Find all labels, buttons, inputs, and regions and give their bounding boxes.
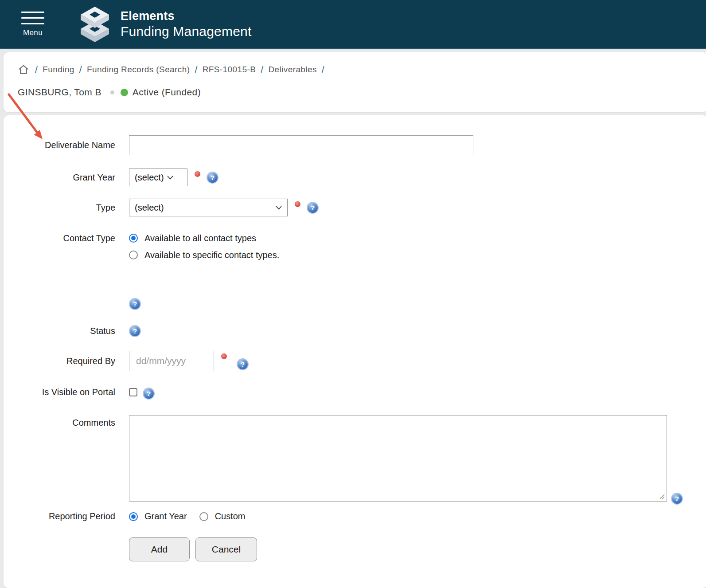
- contact-type-option-all: Available to all contact types: [129, 230, 256, 247]
- comments-textarea[interactable]: [129, 415, 667, 502]
- breadcrumb-item-deliverables[interactable]: Deliverables: [268, 65, 316, 74]
- type-select[interactable]: (select): [129, 199, 288, 216]
- comments-label: Comments: [4, 418, 115, 428]
- deliverable-name-row: Deliverable Name: [4, 135, 706, 155]
- page: Menu Elements Funding Management: [0, 0, 706, 588]
- required-indicator-icon: [295, 201, 300, 207]
- contact-type-option-specific: Available to specific contact types.: [129, 247, 279, 263]
- separator-dot-icon: [110, 90, 114, 94]
- radio-reporting-custom[interactable]: [199, 512, 208, 521]
- app-header: Menu Elements Funding Management: [0, 0, 706, 49]
- required-by-date-input[interactable]: [129, 351, 214, 371]
- form-actions-row: Add Cancel: [4, 537, 706, 561]
- radio-specific-contact-types-label: Available to specific contact types.: [144, 250, 279, 260]
- required-by-row: Required By: [4, 351, 706, 371]
- menu-button[interactable]: Menu: [21, 12, 44, 37]
- record-status: Active (Funded): [133, 87, 201, 98]
- reporting-period-row: Reporting Period Grant Year Custom: [4, 511, 706, 521]
- grant-year-row: Grant Year (select): [4, 169, 706, 186]
- brand: Elements Funding Management: [80, 6, 251, 43]
- radio-reporting-custom-label: Custom: [215, 511, 246, 521]
- add-button[interactable]: Add: [129, 537, 190, 561]
- chevron-down-icon: [167, 176, 173, 180]
- radio-reporting-grant-year-label: Grant Year: [144, 511, 187, 521]
- elements-logo-icon: [80, 6, 110, 43]
- status-label: Status: [4, 326, 115, 336]
- breadcrumb-separator: /: [79, 64, 82, 75]
- breadcrumb-item-funding-records-search[interactable]: Funding Records (Search): [87, 65, 190, 74]
- status-dot-icon: [121, 89, 128, 96]
- cancel-button[interactable]: Cancel: [195, 537, 257, 561]
- is-visible-row: Is Visible on Portal: [4, 385, 706, 400]
- status-row: Status: [4, 325, 706, 337]
- brand-subtitle: Funding Management: [121, 24, 251, 39]
- breadcrumb-card: / Funding / Funding Records (Search) / R…: [4, 52, 706, 112]
- brand-title: Elements: [121, 9, 251, 23]
- contact-type-label: Contact Type: [4, 230, 115, 247]
- radio-all-contact-types[interactable]: [129, 234, 138, 243]
- type-selected-value: (select): [135, 203, 164, 213]
- record-name: GINSBURG, Tom B: [18, 87, 101, 98]
- menu-label: Menu: [23, 28, 43, 37]
- grant-year-selected-value: (select): [135, 172, 164, 183]
- radio-reporting-grant-year[interactable]: [129, 512, 138, 521]
- breadcrumb-separator: /: [195, 64, 197, 75]
- chevron-down-icon: [276, 206, 282, 210]
- breadcrumb-separator: /: [322, 64, 324, 75]
- deliverable-form-card: Deliverable Name Grant Year (select) T: [4, 115, 706, 588]
- radio-all-contact-types-label: Available to all contact types: [144, 233, 256, 243]
- breadcrumb-separator: /: [261, 64, 263, 75]
- home-icon[interactable]: [18, 64, 29, 75]
- breadcrumb: / Funding / Funding Records (Search) / R…: [18, 64, 706, 75]
- type-label: Type: [4, 203, 115, 213]
- is-visible-checkbox[interactable]: [129, 388, 137, 396]
- required-by-label: Required By: [4, 356, 115, 366]
- contact-type-row: Contact Type Available to all contact ty…: [4, 230, 706, 263]
- breadcrumb-separator: /: [35, 64, 38, 75]
- grant-year-help-icon[interactable]: [207, 172, 218, 184]
- radio-specific-contact-types[interactable]: [129, 251, 138, 259]
- required-indicator-icon: [221, 353, 227, 359]
- brand-text: Elements Funding Management: [121, 9, 251, 39]
- grant-year-select[interactable]: (select): [129, 169, 187, 186]
- type-help-icon[interactable]: [307, 202, 319, 214]
- is-visible-help-icon[interactable]: [143, 388, 155, 400]
- status-help-icon[interactable]: [129, 325, 141, 337]
- grant-year-label: Grant Year: [4, 172, 115, 183]
- type-row: Type (select): [4, 199, 706, 216]
- reporting-period-label: Reporting Period: [4, 511, 115, 521]
- comments-row: Comments: [4, 415, 706, 502]
- required-indicator-icon: [195, 171, 200, 177]
- record-summary: GINSBURG, Tom B Active (Funded): [18, 87, 706, 98]
- comments-help-icon[interactable]: [671, 493, 683, 505]
- is-visible-label: Is Visible on Portal: [4, 387, 115, 397]
- contact-type-help-icon[interactable]: [129, 298, 141, 310]
- deliverable-name-input[interactable]: [129, 135, 473, 155]
- breadcrumb-item-funding[interactable]: Funding: [43, 65, 74, 74]
- breadcrumb-item-record-id[interactable]: RFS-10015-B: [203, 65, 256, 74]
- contact-type-help-row: [4, 298, 706, 310]
- deliverable-name-label: Deliverable Name: [4, 140, 115, 150]
- required-by-help-icon[interactable]: [237, 358, 249, 370]
- hamburger-icon: [21, 12, 44, 24]
